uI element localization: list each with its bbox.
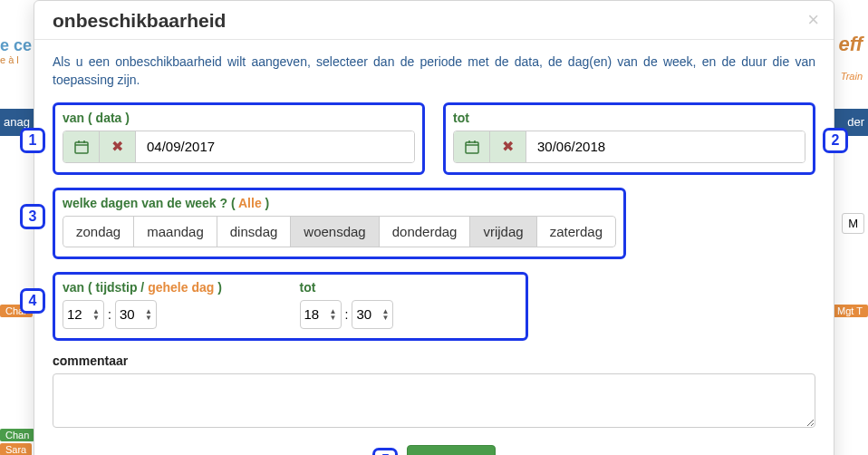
days-highlight: welke dagen van de week ? ( Alle ) zonda… xyxy=(53,188,626,259)
spinner-arrows-icon[interactable]: ▲▼ xyxy=(145,308,152,321)
callout-4: 4 xyxy=(20,288,45,314)
modal-title: onbeschikbaarheid xyxy=(53,10,815,32)
day-button-group: zondagmaandagdinsdagwoensdagdonderdagvri… xyxy=(63,216,616,247)
svg-rect-0 xyxy=(75,142,88,153)
calendar-icon[interactable] xyxy=(63,131,100,162)
modal-footer: 5 Bewaren xyxy=(53,445,815,455)
time-from-hour[interactable]: 12▲▼ xyxy=(63,300,104,329)
callout-5: 5 xyxy=(372,448,398,455)
clear-date-to-button[interactable]: ✖ xyxy=(490,131,526,162)
label-text: data xyxy=(96,111,122,125)
date-range-row: 1 van ( data ) ✖ 2 tot ✖ xyxy=(53,102,815,175)
spinner-value: 18 xyxy=(304,306,320,322)
days-row: 3 welke dagen van de week ? ( Alle ) zon… xyxy=(53,188,815,259)
time-highlight: van ( tijdstip / gehele dag ) 12▲▼ : 30▲… xyxy=(53,272,528,341)
date-from-label: van ( data ) xyxy=(63,111,415,125)
date-to-input[interactable] xyxy=(526,131,805,162)
date-from-input-group: ✖ xyxy=(63,131,415,163)
comment-label: commentaar xyxy=(53,353,815,368)
time-to-spinners: 18▲▼ : 30▲▼ xyxy=(300,300,519,329)
comment-textarea[interactable] xyxy=(53,373,815,428)
spinner-arrows-icon[interactable]: ▲▼ xyxy=(381,308,389,321)
time-from-spinners: 12▲▼ : 30▲▼ xyxy=(63,300,282,329)
date-to-highlight: tot ✖ xyxy=(443,102,815,175)
label-text: ) xyxy=(121,111,130,125)
days-all-link[interactable]: Alle xyxy=(238,196,262,210)
label-text: ) xyxy=(214,280,222,295)
callout-3: 3 xyxy=(20,204,45,229)
spinner-value: 30 xyxy=(356,306,371,322)
divider xyxy=(34,39,834,40)
clear-date-from-button[interactable]: ✖ xyxy=(100,131,136,162)
day-button-maandag[interactable]: maandag xyxy=(133,216,217,247)
date-from-highlight: van ( data ) ✖ xyxy=(53,102,425,175)
label-text: / xyxy=(137,280,148,295)
day-button-donderdag[interactable]: donderdag xyxy=(379,216,471,247)
time-row: 4 van ( tijdstip / gehele dag ) 12▲▼ : 3… xyxy=(53,272,815,341)
label-text: ) xyxy=(262,196,270,210)
whole-day-link[interactable]: gehele dag xyxy=(148,280,214,295)
label-text: welke dagen van de week ? ( xyxy=(63,196,238,210)
calendar-icon[interactable] xyxy=(454,131,490,162)
time-from-label: van ( tijdstip / gehele dag ) xyxy=(63,280,282,295)
time-to-minute[interactable]: 30▲▼ xyxy=(352,300,393,329)
day-button-zondag[interactable]: zondag xyxy=(63,216,134,247)
unavailability-modal: × onbeschikbaarheid Als u een onbeschikb… xyxy=(34,0,834,455)
day-button-dinsdag[interactable]: dinsdag xyxy=(217,216,292,247)
time-from-minute[interactable]: 30▲▼ xyxy=(115,300,157,329)
close-button[interactable]: × xyxy=(807,10,819,30)
time-separator: : xyxy=(108,307,111,322)
day-button-zaterdag[interactable]: zaterdag xyxy=(536,216,616,247)
day-button-vrijdag[interactable]: vrijdag xyxy=(469,216,536,247)
day-button-woensdag[interactable]: woensdag xyxy=(290,216,379,247)
time-separator: : xyxy=(345,307,349,322)
time-to-label: tot xyxy=(300,280,519,295)
time-to-hour[interactable]: 18▲▼ xyxy=(300,300,342,329)
label-text: van ( xyxy=(63,280,96,295)
date-to-label: tot xyxy=(453,111,805,125)
label-text: van ( xyxy=(63,111,96,125)
callout-1: 1 xyxy=(20,128,45,153)
modal-intro: Als u een onbeschikbaarheid wilt aangeve… xyxy=(53,53,815,90)
spinner-arrows-icon[interactable]: ▲▼ xyxy=(92,308,100,321)
callout-2: 2 xyxy=(823,128,848,153)
save-button[interactable]: Bewaren xyxy=(407,445,495,455)
spinner-value: 12 xyxy=(67,306,82,322)
time-to-col: tot 18▲▼ : 30▲▼ xyxy=(300,280,519,329)
svg-rect-4 xyxy=(466,142,478,153)
spinner-arrows-icon[interactable]: ▲▼ xyxy=(330,308,337,321)
time-from-col: van ( tijdstip / gehele dag ) 12▲▼ : 30▲… xyxy=(63,280,282,329)
date-to-input-group: ✖ xyxy=(453,131,805,163)
label-text: tijdstip xyxy=(96,280,138,295)
date-from-col: van ( data ) ✖ xyxy=(53,102,425,175)
date-from-input[interactable] xyxy=(136,131,414,162)
spinner-value: 30 xyxy=(120,306,135,322)
days-label: welke dagen van de week ? ( Alle ) xyxy=(63,196,616,210)
date-to-col: 2 tot ✖ xyxy=(443,102,815,175)
